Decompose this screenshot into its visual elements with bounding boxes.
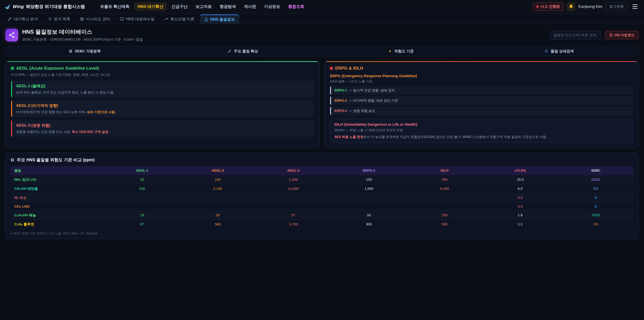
substance-name: CH₃OH 메탄올	[10, 184, 104, 193]
col-header-aegl1: AEGL-1	[104, 166, 180, 175]
tab-analysis-list[interactable]: 분석 목록	[43, 15, 74, 24]
green-dot-icon	[11, 67, 14, 70]
erpg-level-name: ERPG-2	[334, 99, 347, 103]
tab-label: HNS 대응매뉴얼	[126, 17, 154, 22]
erpg-level-3-row: ERPG-3 — 생명 위협 농도	[330, 107, 633, 115]
bell-icon	[569, 4, 574, 9]
tab-model-theory[interactable]: 확산모델 이론	[160, 15, 199, 24]
nav-item-weather[interactable]: 기상정보	[260, 2, 284, 11]
page-subtitle: SEBC 거동분류 · CHRIS/CAMEO DB · AEGL/ERPG/I…	[22, 37, 143, 42]
grid-icon	[10, 158, 14, 162]
idlh-box: IDLH (Immediately Dangerous to Life or H…	[330, 119, 633, 143]
comparison-table-card: 주요 HNS 물질별 위험도 기준 비교 (ppm) 물질 AEGL-1 AEG…	[5, 153, 639, 239]
tab-dispersion-analysis[interactable]: 대기확산 분석	[3, 15, 42, 24]
nav-item-integrated-search[interactable]: 통합조회	[284, 2, 308, 11]
pencil-icon	[228, 49, 232, 53]
nav-item-reports[interactable]: 보고자료	[192, 2, 215, 11]
database-icon	[609, 33, 613, 37]
erpg-idlh-card: ERPG & IDLH ERPG (Emergency Response Pla…	[324, 61, 639, 148]
tab-label: 시나리오 관리	[86, 17, 110, 22]
erpg-subtitle: AIHA 발행 — 1시간 노출 기준	[330, 79, 633, 84]
table-row: C₆H₅OH 페놀 19 29 57 50 250 1.8 S/SD	[10, 211, 634, 220]
section-tab-risk-criteria[interactable]: 위험도 기준	[322, 47, 480, 56]
erpg-level-1-row: ERPG-1 — 일시적 건강 영향, 냄새 감지	[330, 86, 633, 95]
erpg-level-desc: — 생명 위협 농도	[349, 109, 375, 113]
nav-item-hns-atmospheric[interactable]: HNS·대기확산	[134, 2, 167, 11]
table-footnote: ※ AEGL: 60분 기준 / ERPG: 1시간 노출 / IDLH: 30…	[10, 232, 634, 235]
hns-comparison-table: 물질 AEGL-1 AEGL-2 AEGL-3 ERPG-2 IDLH LFL(…	[10, 166, 634, 228]
col-header-sebc: SEBC	[558, 166, 634, 175]
erpg-heading: ERPG (Emergency Response Planning Guidel…	[330, 74, 633, 78]
brand-title: 해양환경 위기대응 통합시스템	[26, 4, 85, 10]
molecule-icon	[5, 29, 18, 42]
section-tab-label: 주요 물질 특성	[234, 49, 258, 54]
search-icon	[544, 49, 548, 53]
aegl-level-name: AEGL-3 (생명 위협)	[16, 123, 310, 128]
status-dot-icon	[536, 6, 538, 8]
aegl-card-title: AEGL (Acute Exposure Guideline Level)	[11, 66, 314, 71]
grid-icon	[69, 49, 72, 53]
top-nav: Wing 해양환경 위기대응 통합시스템 유출유 확산예측 HNS·대기확산 긴…	[0, 0, 644, 14]
erpg-level-name: ERPG-1	[334, 88, 347, 92]
nav-item-board[interactable]: 게시판	[240, 2, 260, 11]
brand-mark: Wing	[13, 4, 24, 9]
db-download-button[interactable]: DB 다운로드	[605, 31, 639, 39]
page-header: HNS 물질정보 데이터베이스 SEBC 거동분류 · CHRIS/CAMEO …	[0, 24, 644, 46]
page-title: HNS 물질정보 데이터베이스	[22, 28, 143, 36]
nav-item-oil-spill-prediction[interactable]: 유출유 확산예측	[96, 2, 133, 11]
col-header-aegl2: AEGL-2	[180, 166, 256, 175]
erpg-level-desc: — 일시적 건강 영향, 냄새 감지	[349, 88, 394, 93]
table-row: NH₃ 암모니아 30 160 1,100 150 300 15.0 G/GD	[10, 175, 634, 184]
nav-item-aerial-search[interactable]: 항공탐색	[216, 2, 240, 11]
idlh-description: 최대 허용 노출 한계로서 이 농도를 초과하면 자급식 호흡장치(SCBA) …	[334, 134, 628, 139]
criteria-cards: AEGL (Acute Exposure Guideline Level) 미국…	[5, 61, 639, 148]
red-dot-icon	[330, 67, 333, 70]
aegl-level-name: AEGL-1 (불쾌감)	[16, 83, 310, 89]
header-titles: HNS 물질정보 데이터베이스 SEBC 거동분류 · CHRIS/CAMEO …	[22, 28, 143, 42]
section-tab-detail-search[interactable]: 물질 상세검색	[480, 47, 638, 56]
col-header-substance: 물질	[10, 166, 104, 175]
tab-label: 확산모델 이론	[170, 17, 194, 22]
aegl-level-2-item: AEGL-2 (비가역적 영향) 비가역적/장기적 건강 영향 또는 대피 능력…	[11, 100, 314, 117]
erpg-level-name: ERPG-3	[334, 109, 347, 113]
chart-icon	[164, 17, 168, 21]
nav-item-emergency-rescue[interactable]: 긴급구난	[168, 2, 191, 11]
section-tab-label: 물질 상세검색	[550, 49, 574, 54]
substance-search-input[interactable]	[550, 31, 601, 39]
menu-button[interactable]	[630, 2, 639, 11]
app: Wing 해양환경 위기대응 통합시스템 유출유 확산예측 HNS·대기확산 긴…	[0, 0, 644, 320]
aegl-card: AEGL (Acute Exposure Guideline Level) 미국…	[5, 61, 320, 148]
incident-status-label: 사고 진행중	[540, 4, 560, 9]
col-header-lfl: LFL(%)	[482, 166, 558, 175]
monitor-icon	[120, 17, 124, 21]
sebc-badge: G	[558, 202, 634, 211]
incident-status-badge[interactable]: 사고 진행중	[533, 2, 564, 11]
brand: Wing 해양환경 위기대응 통합시스템	[5, 4, 85, 10]
notifications-button[interactable]	[567, 2, 576, 11]
aegl-level-desc: 생명을 위협하는 건강 영향 또는 사망. 즉시 대피/격리 구역 설정.	[16, 129, 310, 134]
tab-hns-substance-info[interactable]: HNS 물질정보	[200, 15, 239, 24]
nav-right-cluster: 사고 진행중 Eunjeong Kim 로그아웃	[533, 2, 639, 11]
sebc-badge: G	[558, 193, 634, 202]
flask-icon	[204, 17, 208, 21]
idlh-title: IDLH (Immediately Dangerous to Life or H…	[334, 122, 628, 127]
tab-hns-manual[interactable]: HNS 대응매뉴얼	[116, 15, 159, 24]
aegl-card-subtitle: 미국 EPA — 일반인 급성 노출 기준 (10분, 30분, 60분, 4시…	[11, 73, 314, 77]
main-menu: 유출유 확산예측 HNS·대기확산 긴급구난 보고자료 항공탐색 게시판 기상정…	[96, 2, 308, 11]
aegl-level-name: AEGL-2 (비가역적 영향)	[16, 103, 310, 108]
table-row: CH₄ LNG - - - - - 5.0 G	[10, 202, 634, 211]
logout-button[interactable]: 로그아웃	[606, 2, 628, 11]
tab-scenario-management[interactable]: 시나리오 관리	[76, 15, 114, 24]
section-tab-label: SEBC 거동분류	[75, 49, 101, 54]
table-header-row: 물질 AEGL-1 AEGL-2 AEGL-3 ERPG-2 IDLH LFL(…	[10, 166, 634, 175]
idlh-subtitle: NIOSH — 30분 노출 시 생명/건강에 즉각적 위험	[334, 128, 628, 132]
tab-label: HNS 물질정보	[210, 17, 235, 22]
substance-name: H₂ 수소	[10, 193, 104, 202]
section-tab-sebc[interactable]: SEBC 거동분류	[6, 47, 164, 56]
section-tab-properties[interactable]: 주요 물질 특성	[164, 47, 322, 56]
table-row: H₂ 수소 - - - - - 4.0 G	[10, 193, 634, 202]
section-tab-bar: SEBC 거동분류 주요 물질 특성 위험도 기준 물질 상세검색	[5, 46, 639, 56]
col-header-aegl3: AEGL-3	[256, 166, 331, 175]
sebc-badge: S/SD	[558, 211, 634, 220]
bolt-icon	[388, 49, 392, 53]
